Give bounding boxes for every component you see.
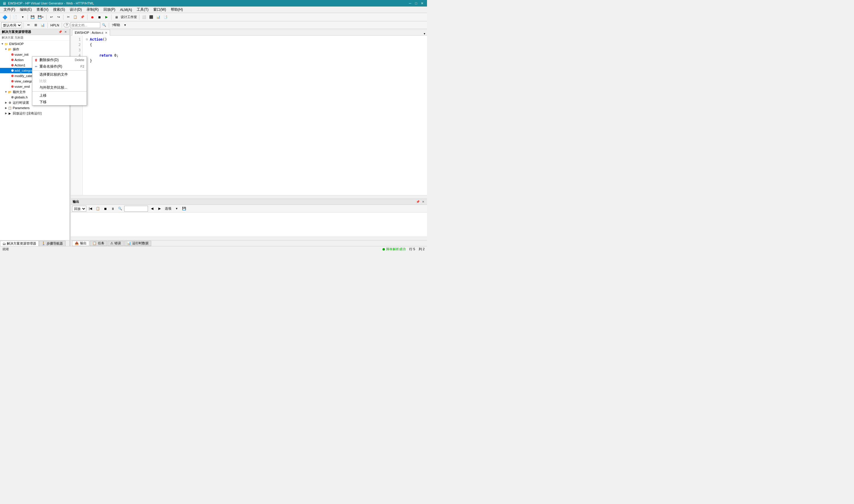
ctx-move-down[interactable]: 下移: [71, 99, 87, 105]
menu-design[interactable]: 设计(D): [67, 6, 84, 13]
output-options-btn[interactable]: 选项: [164, 205, 173, 212]
code-content[interactable]: ⊟ Action() { return 0;: [83, 36, 427, 195]
runtime-label: 运行时设置: [13, 101, 29, 105]
sep1: [10, 15, 11, 20]
collapse-icon-1[interactable]: ⊟: [85, 37, 89, 42]
output-prev-btn[interactable]: |◀: [87, 205, 94, 212]
output-search-input[interactable]: [124, 206, 148, 212]
doc-search-btn[interactable]: 🔍: [101, 22, 107, 29]
output-close-btn[interactable]: ✕: [421, 200, 425, 204]
runtime-expand[interactable]: ▶: [4, 101, 8, 104]
status-tab-runtime-data[interactable]: 📊 运行时数据: [124, 241, 151, 246]
sep11: [109, 22, 109, 28]
pencil-btn[interactable]: ✏: [25, 22, 32, 29]
tree-item-replay-run[interactable]: ▶ ▶ 回放运行 [没有运行]: [0, 111, 69, 116]
help-question-btn[interactable]: ?: [64, 23, 70, 28]
title-bar-controls[interactable]: ─ □ ✕: [407, 1, 425, 6]
tool2-btn[interactable]: ⬛: [148, 14, 155, 20]
output-stop2-btn[interactable]: ⏸: [109, 205, 116, 212]
output-search-prev-btn[interactable]: ◀: [149, 205, 155, 212]
ctx-rename-action[interactable]: ✏ 重命名操作(R) F2: [71, 63, 87, 70]
paste-btn[interactable]: 📌: [79, 14, 86, 20]
record-btn[interactable]: ⏺: [89, 14, 95, 20]
code-horizontal-scrollbar[interactable]: [71, 195, 427, 199]
menu-record[interactable]: 录制(R): [84, 6, 101, 13]
actions-expand-icon[interactable]: ▼: [4, 48, 8, 51]
ctx-move-up[interactable]: 上移: [71, 92, 87, 99]
menu-replay[interactable]: 回放(P): [101, 6, 118, 13]
save-btn[interactable]: 💾: [29, 14, 36, 20]
doc-search-input[interactable]: [71, 22, 100, 28]
chart-btn[interactable]: 📊: [39, 22, 46, 29]
tool4-btn[interactable]: 📑: [162, 14, 169, 20]
tree-item-ewshop[interactable]: ▼ 📁 EWSHOP: [0, 41, 69, 47]
design-studio-label: 设计工作室: [121, 15, 137, 19]
output-save-btn[interactable]: 💾: [181, 205, 188, 212]
redo-btn[interactable]: ↪: [55, 14, 62, 20]
output-combo[interactable]: 回放: [72, 206, 86, 212]
tool3-btn[interactable]: 📊: [155, 14, 162, 20]
copy-btn[interactable]: 📋: [72, 14, 78, 20]
menu-search[interactable]: 搜索(S): [51, 6, 67, 13]
help-dropdown-btn[interactable]: ▾: [122, 22, 128, 29]
new-btn[interactable]: 📄: [12, 14, 18, 20]
status-tab-errors[interactable]: ⚠ 错误: [108, 241, 124, 246]
open-btn[interactable]: ▾: [20, 14, 26, 20]
menu-view[interactable]: 查看(V): [34, 6, 51, 13]
status-tab-tasks[interactable]: 📋 任务: [90, 241, 107, 246]
line-num-1: 1: [71, 37, 81, 42]
output-stop-btn[interactable]: ⏹: [102, 205, 108, 212]
output-options-dd-btn[interactable]: ▾: [174, 205, 180, 212]
sidebar-pin-btn[interactable]: 📌: [58, 30, 62, 34]
status-tab-output[interactable]: 📤 输出: [72, 241, 89, 246]
extra-files-expand-icon[interactable]: ▼: [4, 90, 8, 94]
menu-edit[interactable]: 编辑(E): [18, 6, 34, 13]
menu-help[interactable]: 帮助(H): [168, 6, 185, 13]
menu-tools[interactable]: 工具(T): [134, 6, 150, 13]
ewshop-folder-icon: 📁: [4, 42, 8, 46]
grid-btn[interactable]: ⊞: [32, 22, 39, 29]
hp-logo-btn[interactable]: 🔷: [1, 14, 8, 20]
close-button[interactable]: ✕: [419, 1, 425, 6]
undo-btn[interactable]: ↩: [48, 14, 55, 20]
tree-item-actions[interactable]: ▼ 📂 操作: [0, 47, 69, 52]
minimize-button[interactable]: ─: [407, 1, 413, 6]
save-all-btn[interactable]: 💾+: [36, 14, 45, 20]
layout-combo[interactable]: 默认布局: [1, 22, 22, 28]
help-label: 帮助: [113, 23, 120, 27]
menu-bar: 文件(F) 编辑(E) 查看(V) 搜索(S) 设计(D) 录制(R) 回放(P…: [0, 6, 427, 13]
ctx-delete-action[interactable]: 🗑 删除操作(D) Delete: [71, 57, 87, 63]
ewshop-expand-icon[interactable]: ▼: [1, 42, 4, 46]
output-search-btn[interactable]: 🔍: [117, 205, 123, 212]
sidebar-tab-solution-explorer[interactable]: 🗂 解决方案资源管理器: [0, 241, 39, 246]
output-pin-btn[interactable]: 📌: [416, 200, 420, 204]
ctx-select-compare[interactable]: 选择要比较的文件: [71, 71, 87, 78]
output-search-next-btn[interactable]: ▶: [156, 205, 163, 212]
sidebar-close-btn[interactable]: ✕: [64, 30, 68, 34]
solution-explorer-label: 解决方案资源管理器: [7, 241, 36, 246]
replay-expand[interactable]: ▶: [4, 111, 8, 115]
menu-window[interactable]: 窗口(W): [151, 6, 168, 13]
editor-tab-action[interactable]: EWSHOP : Action.c ✕: [72, 30, 110, 36]
output-controls[interactable]: 📌 ✕: [416, 200, 425, 204]
status-right: 脚本解析成功 行 5 列 2: [382, 247, 425, 251]
cut-btn[interactable]: ✂: [65, 14, 71, 20]
menu-alm[interactable]: ALM(A): [118, 7, 135, 13]
replay-btn[interactable]: ▶: [103, 14, 110, 20]
tool1-btn[interactable]: ⬜: [141, 14, 147, 20]
menu-file[interactable]: 文件(F): [1, 6, 18, 13]
ctx-compare-external[interactable]: 与外部文件比较...: [71, 84, 87, 91]
stop-btn[interactable]: ⏹: [96, 14, 103, 20]
sidebar-tab-steps-navigator[interactable]: 🚶 步骤导航器: [39, 241, 66, 246]
parameters-expand[interactable]: ▶: [4, 106, 8, 110]
tab-dropdown-btn[interactable]: ▾: [422, 32, 427, 35]
output-log-btn[interactable]: 📋: [94, 205, 101, 212]
sidebar-header-controls[interactable]: 📌 ✕: [58, 30, 68, 34]
maximize-button[interactable]: □: [413, 1, 419, 6]
design-studio-btn[interactable]: 🖥: [113, 14, 120, 20]
tree-item-parameters[interactable]: ▶ 📋 Parameters: [0, 105, 69, 111]
content-area: 解决方案资源管理器 📌 ✕ 解决方案 无标题 ▼ 📁 EWSHOP: [0, 29, 427, 246]
output-horizontal-scrollbar[interactable]: [71, 237, 427, 240]
help-btn[interactable]: ? 帮助: [111, 22, 121, 29]
editor-tab-close-btn[interactable]: ✕: [105, 31, 107, 34]
